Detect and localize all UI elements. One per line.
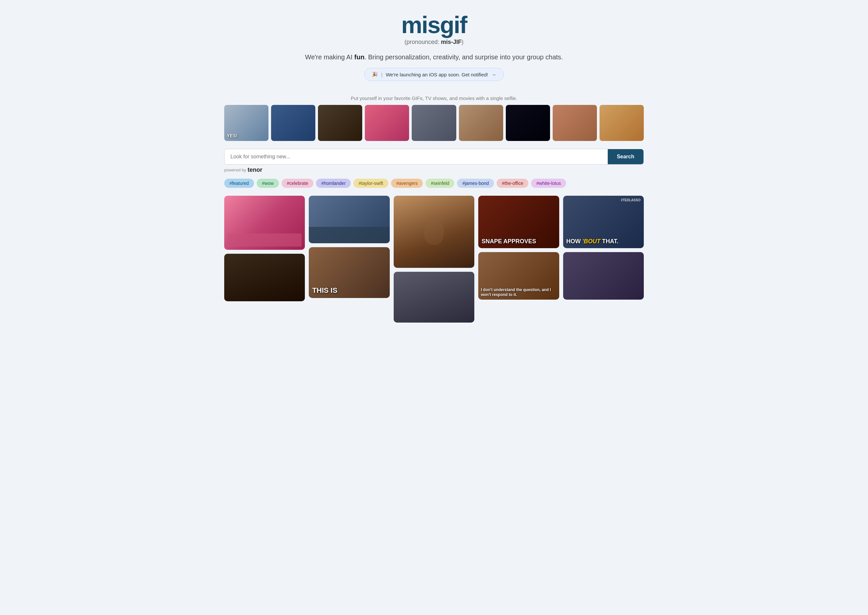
tag-button[interactable]: #seinfeld bbox=[425, 179, 454, 188]
tag-button[interactable]: #featured bbox=[224, 179, 254, 188]
tag-button[interactable]: #wow bbox=[257, 179, 279, 188]
gif-grid-item[interactable] bbox=[309, 196, 390, 243]
page-wrapper: misgif (pronounced: mis-JIF) We're makin… bbox=[218, 0, 650, 336]
carousel-item[interactable] bbox=[506, 105, 550, 141]
ios-banner-divider: | bbox=[381, 72, 383, 77]
tagline-suffix: . Bring personalization, creativity, and… bbox=[365, 53, 563, 61]
gif-grid-item[interactable]: THIS IS bbox=[309, 247, 390, 298]
gif-carousel: YES! bbox=[224, 105, 644, 141]
tag-button[interactable]: #celebrate bbox=[282, 179, 313, 188]
header: misgif (pronounced: mis-JIF) We're makin… bbox=[224, 0, 644, 87]
carousel-item[interactable] bbox=[412, 105, 456, 141]
pronunciation-suffix: ) bbox=[461, 39, 463, 45]
gif-grid-item[interactable] bbox=[394, 196, 474, 268]
gif-grid-item[interactable] bbox=[394, 272, 474, 323]
tag-button[interactable]: #homlander bbox=[316, 179, 351, 188]
search-button[interactable]: Search bbox=[608, 149, 644, 164]
tag-button[interactable]: #avengers bbox=[391, 179, 423, 188]
tag-button[interactable]: #taylor-swift bbox=[353, 179, 388, 188]
carousel-item[interactable] bbox=[271, 105, 315, 141]
tagline: We're making AI fun. Bring personalizati… bbox=[231, 52, 637, 62]
tags-row: #featured#wow#celebrate#homlander#taylor… bbox=[224, 179, 644, 188]
search-input[interactable] bbox=[224, 149, 608, 164]
search-bar: Search bbox=[224, 149, 644, 165]
gif-grid: THIS IS bbox=[224, 196, 644, 323]
tagline-prefix: We're making AI bbox=[305, 53, 354, 61]
search-section: Search powered by tenor bbox=[224, 149, 644, 173]
ios-banner-emoji: 🎉 bbox=[372, 72, 378, 77]
tag-button[interactable]: #james-bond bbox=[457, 179, 494, 188]
powered-prefix: powered by bbox=[224, 167, 246, 172]
tag-button[interactable]: #the-office bbox=[497, 179, 528, 188]
pronunciation-bold: mis-JIF bbox=[441, 39, 461, 45]
gif-grid-item[interactable] bbox=[224, 196, 305, 250]
tag-button[interactable]: #white-lotus bbox=[531, 179, 566, 188]
carousel-item[interactable]: YES! bbox=[224, 105, 268, 141]
gif-grid-item[interactable]: I don't understand the question, and I w… bbox=[478, 252, 559, 300]
carousel-item[interactable] bbox=[459, 105, 503, 141]
gif-grid-item[interactable] bbox=[224, 254, 305, 301]
site-title: misgif bbox=[231, 13, 637, 37]
gif-grid-item[interactable]: SNAPE APPROVES bbox=[478, 196, 559, 248]
ios-banner[interactable]: 🎉 | We're launching an iOS app soon. Get… bbox=[364, 68, 504, 81]
gif-grid-item[interactable] bbox=[563, 252, 644, 300]
tagline-bold: fun bbox=[354, 53, 365, 61]
ios-banner-arrow: → bbox=[491, 72, 496, 77]
tenor-brand: tenor bbox=[248, 167, 262, 173]
ios-banner-text: We're launching an iOS app soon. Get not… bbox=[386, 72, 488, 77]
carousel-item[interactable] bbox=[600, 105, 644, 141]
carousel-label: Put yourself in your favorite GIFs, TV s… bbox=[224, 95, 644, 101]
pronunciation-prefix: (pronounced: bbox=[405, 39, 441, 45]
carousel-item[interactable] bbox=[318, 105, 362, 141]
pronunciation: (pronounced: mis-JIF) bbox=[231, 39, 637, 45]
gif-grid-item[interactable]: #TEDLASSO HOW 'BOUT THAT. bbox=[563, 196, 644, 248]
carousel-item[interactable] bbox=[365, 105, 409, 141]
powered-by: powered by tenor bbox=[224, 167, 644, 173]
carousel-item[interactable] bbox=[553, 105, 597, 141]
